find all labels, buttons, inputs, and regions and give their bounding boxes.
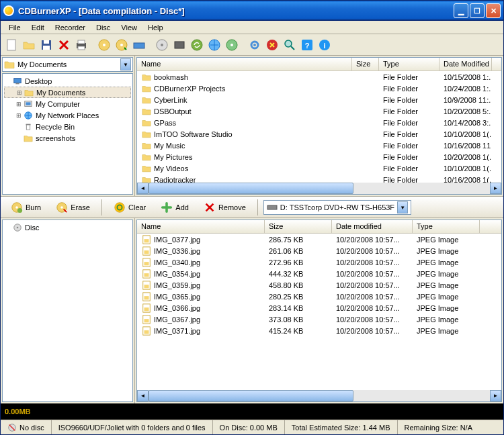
- status-total: Total Estimated Size: 1.44 MB: [285, 420, 398, 434]
- column-header[interactable]: Size: [265, 220, 332, 233]
- list-item[interactable]: IMG_0354.jpg444.32 KB10/20/2008 10:57...…: [137, 268, 501, 279]
- close-button[interactable]: ✕: [486, 3, 501, 18]
- burn-disc-icon[interactable]: [96, 37, 112, 53]
- menu-help[interactable]: Help: [142, 22, 169, 33]
- window-title: CDBurnerXP - [Data compilation - Disc*]: [18, 6, 454, 16]
- svg-point-40: [17, 226, 19, 228]
- tree-item[interactable]: ⊞My Computer: [4, 98, 131, 109]
- size-text: 0.00MB: [5, 407, 31, 416]
- status-filesystem: ISO9660/UDF/Joliet with 0 folders and 0 …: [52, 420, 213, 434]
- column-header[interactable]: Name: [137, 58, 352, 70]
- search-icon[interactable]: [282, 37, 298, 53]
- column-header[interactable]: Size: [352, 58, 379, 70]
- disc-info-icon[interactable]: [154, 37, 170, 53]
- column-header[interactable]: Type: [379, 58, 439, 70]
- minimize-button[interactable]: ▁: [454, 3, 468, 18]
- tree-item[interactable]: ⊞My Documents: [4, 87, 131, 98]
- svg-rect-46: [144, 262, 149, 265]
- print-icon[interactable]: [73, 37, 89, 53]
- list-item[interactable]: IMG_0367.jpg373.08 KB10/20/2008 10:57...…: [137, 313, 501, 325]
- clear-button[interactable]: Clear: [108, 199, 152, 216]
- column-header[interactable]: Date modified: [332, 220, 413, 233]
- list-item[interactable]: My VideosFile Folder10/10/2008 1(.: [137, 162, 501, 174]
- chevron-down-icon[interactable]: ▼: [397, 201, 408, 213]
- world-icon[interactable]: [206, 37, 222, 53]
- maximize-button[interactable]: ☐: [470, 3, 485, 18]
- compilation-file-list: NameSizeDate modifiedType IMG_0377.jpg28…: [136, 220, 502, 402]
- erase-button[interactable]: Erase: [50, 199, 96, 216]
- list-item[interactable]: CDBurnerXP ProjectsFile Folder10/24/2008…: [137, 83, 501, 94]
- drive-icon[interactable]: [131, 37, 147, 53]
- menu-recorder[interactable]: Recorder: [50, 22, 91, 33]
- list-item[interactable]: GPassFile Folder10/14/2008 3:.: [137, 117, 501, 128]
- refresh-icon[interactable]: [189, 37, 205, 53]
- burn-button[interactable]: Burn: [5, 199, 47, 216]
- compilation-body[interactable]: IMG_0377.jpg286.75 KB10/20/2008 10:57...…: [137, 234, 501, 390]
- list-item[interactable]: My MusicFile Folder10/16/2008 11: [137, 140, 501, 151]
- status-disc: No disc: [1, 420, 52, 434]
- disc-root[interactable]: Disc: [4, 222, 131, 233]
- status-ondisc: On Disc: 0.00 MB: [213, 420, 285, 434]
- size-progress: 0.00MB: [1, 403, 503, 420]
- disc-tree-panel: Disc: [1, 218, 135, 403]
- svg-rect-42: [144, 239, 149, 242]
- column-header[interactable]: Type: [413, 220, 480, 233]
- save-icon[interactable]: [38, 37, 54, 53]
- list-item[interactable]: IMG_0377.jpg286.75 KB10/20/2008 10:57...…: [137, 234, 501, 245]
- column-header[interactable]: Name: [137, 220, 265, 233]
- list-item[interactable]: IMG_0340.jpg272.96 KB10/20/2008 10:57...…: [137, 256, 501, 268]
- menu-disc[interactable]: Disc: [91, 22, 116, 33]
- svg-rect-0: [7, 40, 15, 50]
- delete-icon[interactable]: [56, 37, 72, 53]
- source-body[interactable]: bookmashFile Folder10/15/2008 1:.CDBurne…: [137, 71, 501, 183]
- device-icon[interactable]: [171, 37, 187, 53]
- list-item[interactable]: bookmashFile Folder10/15/2008 1:.: [137, 71, 501, 83]
- hscrollbar[interactable]: ◄►: [137, 390, 501, 401]
- list-item[interactable]: ImTOO Software StudioFile Folder10/10/20…: [137, 128, 501, 140]
- svg-rect-48: [144, 273, 149, 277]
- list-item[interactable]: IMG_0359.jpg458.80 KB10/20/2008 10:57...…: [137, 279, 501, 291]
- svg-point-8: [103, 44, 106, 46]
- chevron-down-icon[interactable]: ▼: [120, 58, 131, 70]
- svg-rect-27: [14, 78, 22, 83]
- disc-tree[interactable]: Disc: [2, 220, 133, 402]
- titlebar: CDBurnerXP - [Data compilation - Disc*] …: [1, 1, 503, 21]
- tools-icon[interactable]: [264, 37, 280, 53]
- add-button[interactable]: Add: [155, 199, 195, 216]
- list-item[interactable]: RadiotrackerFile Folder10/16/2008 1(.: [137, 174, 501, 183]
- sync-icon[interactable]: [224, 37, 240, 53]
- svg-rect-11: [134, 43, 144, 48]
- folder-tree[interactable]: Desktop⊞My Documents⊞My Computer⊞My Netw…: [2, 73, 133, 195]
- tree-item[interactable]: screenshots: [4, 132, 131, 144]
- list-item[interactable]: CyberLinkFile Folder10/9/2008 11:.: [137, 94, 501, 105]
- svg-rect-38: [267, 205, 277, 209]
- new-icon[interactable]: [3, 37, 19, 53]
- tree-item[interactable]: Desktop: [4, 75, 131, 87]
- menu-file[interactable]: File: [3, 22, 26, 33]
- svg-rect-5: [78, 40, 85, 44]
- column-header[interactable]: Date Modified: [439, 58, 492, 70]
- list-item[interactable]: IMG_0371.jpg415.24 KB10/20/2008 10:57...…: [137, 325, 501, 336]
- gear-icon[interactable]: [247, 37, 263, 53]
- menu-edit[interactable]: Edit: [26, 22, 50, 33]
- compilation-pane: Disc NameSizeDate modifiedType IMG_0377.…: [1, 218, 503, 403]
- help-icon[interactable]: ?: [299, 37, 315, 53]
- info-icon[interactable]: i: [317, 37, 333, 53]
- tree-item[interactable]: Recycle Bin: [4, 121, 131, 132]
- list-item[interactable]: IMG_0366.jpg283.14 KB10/20/2008 10:57...…: [137, 302, 501, 313]
- drive-icon: [267, 202, 278, 213]
- list-item[interactable]: IMG_0336.jpg261.06 KB10/20/2008 10:57...…: [137, 245, 501, 256]
- folder-combo[interactable]: My Documents ▼: [2, 57, 133, 72]
- remove-button[interactable]: Remove: [198, 199, 252, 216]
- list-item[interactable]: My PicturesFile Folder10/20/2008 1(.: [137, 151, 501, 162]
- tree-item[interactable]: ⊞My Network Places: [4, 109, 131, 121]
- open-icon[interactable]: [21, 37, 37, 53]
- source-file-list: NameSizeTypeDate Modified bookmashFile F…: [136, 57, 502, 195]
- list-item[interactable]: IMG_0365.jpg280.25 KB10/20/2008 10:57...…: [137, 291, 501, 302]
- list-item[interactable]: DSBOutputFile Folder10/20/2008 5:.: [137, 105, 501, 117]
- hscrollbar[interactable]: ◄►: [137, 183, 501, 194]
- menu-view[interactable]: View: [116, 22, 142, 33]
- disc-action-icon[interactable]: [114, 37, 130, 53]
- svg-rect-54: [144, 307, 149, 311]
- drive-selector[interactable]: D: TSSTcorp DVD+-RW TS-H653F ▼: [263, 200, 411, 215]
